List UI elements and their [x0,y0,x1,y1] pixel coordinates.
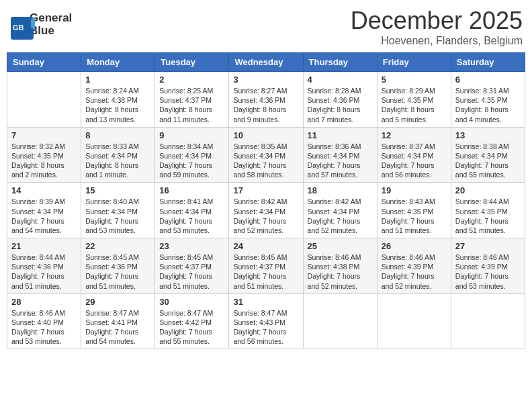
cell-day-number: 15 [85,185,150,195]
calendar-week-5: 28Sunrise: 8:46 AMSunset: 4:40 PMDayligh… [7,293,525,349]
cell-info: Sunrise: 8:46 AMSunset: 4:39 PMDaylight:… [382,253,447,291]
cell-info: Sunrise: 8:37 AMSunset: 4:34 PMDaylight:… [382,142,447,180]
header-day-wednesday: Wednesday [229,53,303,72]
calendar-cell: 23Sunrise: 8:45 AMSunset: 4:37 PMDayligh… [155,238,229,294]
location-title: Hoevenen, Flanders, Belgium [351,35,523,47]
cell-info: Sunrise: 8:41 AMSunset: 4:34 PMDaylight:… [159,197,224,235]
calendar-cell: 2Sunrise: 8:25 AMSunset: 4:37 PMDaylight… [155,72,229,128]
cell-info: Sunrise: 8:27 AMSunset: 4:36 PMDaylight:… [233,86,298,124]
logo-icon: GB [9,15,28,34]
cell-info: Sunrise: 8:35 AMSunset: 4:34 PMDaylight:… [233,142,298,180]
header-day-thursday: Thursday [303,53,377,72]
cell-info: Sunrise: 8:43 AMSunset: 4:35 PMDaylight:… [382,197,447,235]
cell-info: Sunrise: 8:45 AMSunset: 4:37 PMDaylight:… [233,253,298,291]
calendar-week-2: 7Sunrise: 8:32 AMSunset: 4:35 PMDaylight… [7,127,525,183]
calendar-cell: 18Sunrise: 8:42 AMSunset: 4:34 PMDayligh… [303,183,377,238]
cell-day-number: 23 [159,241,224,251]
calendar-week-3: 14Sunrise: 8:39 AMSunset: 4:34 PMDayligh… [7,183,525,238]
logo-text: General Blue [30,12,72,37]
cell-info: Sunrise: 8:31 AMSunset: 4:35 PMDaylight:… [455,86,521,124]
calendar-cell: 10Sunrise: 8:35 AMSunset: 4:34 PMDayligh… [229,127,303,183]
cell-day-number: 8 [85,130,150,140]
cell-day-number: 30 [159,297,224,307]
calendar-cell: 24Sunrise: 8:45 AMSunset: 4:37 PMDayligh… [229,238,303,294]
calendar-cell: 17Sunrise: 8:42 AMSunset: 4:34 PMDayligh… [229,183,303,238]
cell-day-number: 22 [85,241,150,251]
calendar-cell [303,293,377,349]
calendar-table: SundayMondayTuesdayWednesdayThursdayFrid… [7,52,525,349]
calendar-cell: 5Sunrise: 8:29 AMSunset: 4:35 PMDaylight… [377,72,451,128]
cell-info: Sunrise: 8:24 AMSunset: 4:38 PMDaylight:… [85,86,150,124]
calendar-cell [377,293,451,349]
cell-day-number: 7 [11,130,77,140]
header: GB General Blue December 2025 Hoevenen, … [7,7,525,47]
cell-info: Sunrise: 8:42 AMSunset: 4:34 PMDaylight:… [308,197,373,235]
cell-info: Sunrise: 8:38 AMSunset: 4:34 PMDaylight:… [455,142,521,180]
cell-day-number: 24 [233,241,298,251]
cell-day-number: 9 [159,130,224,140]
cell-day-number: 25 [308,241,373,251]
calendar-cell: 4Sunrise: 8:28 AMSunset: 4:36 PMDaylight… [303,72,377,128]
cell-day-number: 21 [11,241,77,251]
title-block: December 2025 Hoevenen, Flanders, Belgiu… [351,7,523,47]
cell-info: Sunrise: 8:36 AMSunset: 4:34 PMDaylight:… [308,142,373,180]
calendar-cell: 26Sunrise: 8:46 AMSunset: 4:39 PMDayligh… [377,238,451,294]
calendar-cell: 7Sunrise: 8:32 AMSunset: 4:35 PMDaylight… [7,127,81,183]
cell-info: Sunrise: 8:32 AMSunset: 4:35 PMDaylight:… [11,142,77,180]
cell-info: Sunrise: 8:40 AMSunset: 4:34 PMDaylight:… [85,197,150,235]
calendar-cell: 30Sunrise: 8:47 AMSunset: 4:42 PMDayligh… [155,293,229,349]
svg-text:GB: GB [13,24,24,32]
calendar-cell [7,72,81,128]
calendar-cell: 19Sunrise: 8:43 AMSunset: 4:35 PMDayligh… [377,183,451,238]
cell-day-number: 13 [455,130,521,140]
header-day-saturday: Saturday [451,53,525,72]
cell-info: Sunrise: 8:34 AMSunset: 4:34 PMDaylight:… [159,142,224,180]
cell-info: Sunrise: 8:46 AMSunset: 4:40 PMDaylight:… [11,308,77,347]
cell-info: Sunrise: 8:47 AMSunset: 4:41 PMDaylight:… [85,308,150,347]
calendar-week-4: 21Sunrise: 8:44 AMSunset: 4:36 PMDayligh… [7,238,525,294]
cell-info: Sunrise: 8:33 AMSunset: 4:34 PMDaylight:… [85,142,150,180]
calendar-cell: 28Sunrise: 8:46 AMSunset: 4:40 PMDayligh… [7,293,81,349]
calendar-week-1: 1Sunrise: 8:24 AMSunset: 4:38 PMDaylight… [7,72,525,128]
cell-day-number: 16 [159,185,224,195]
header-day-friday: Friday [377,53,451,72]
cell-day-number: 29 [85,297,150,307]
header-day-monday: Monday [81,53,155,72]
cell-info: Sunrise: 8:42 AMSunset: 4:34 PMDaylight:… [233,197,298,235]
cell-day-number: 11 [308,130,373,140]
cell-info: Sunrise: 8:25 AMSunset: 4:37 PMDaylight:… [159,86,224,124]
cell-info: Sunrise: 8:45 AMSunset: 4:36 PMDaylight:… [85,253,150,291]
cell-info: Sunrise: 8:46 AMSunset: 4:38 PMDaylight:… [308,253,373,291]
calendar-cell: 3Sunrise: 8:27 AMSunset: 4:36 PMDaylight… [229,72,303,128]
calendar-cell: 25Sunrise: 8:46 AMSunset: 4:38 PMDayligh… [303,238,377,294]
cell-day-number: 26 [382,241,447,251]
calendar-header-row: SundayMondayTuesdayWednesdayThursdayFrid… [7,53,525,72]
cell-day-number: 2 [159,75,224,85]
header-day-sunday: Sunday [7,53,81,72]
cell-day-number: 6 [455,75,521,85]
calendar-cell: 27Sunrise: 8:46 AMSunset: 4:39 PMDayligh… [451,238,525,294]
calendar-cell: 1Sunrise: 8:24 AMSunset: 4:38 PMDaylight… [81,72,155,128]
cell-day-number: 28 [11,297,77,307]
cell-info: Sunrise: 8:44 AMSunset: 4:36 PMDaylight:… [11,253,77,291]
calendar-cell: 20Sunrise: 8:44 AMSunset: 4:35 PMDayligh… [451,183,525,238]
calendar-cell: 11Sunrise: 8:36 AMSunset: 4:34 PMDayligh… [303,127,377,183]
cell-day-number: 12 [382,130,447,140]
cell-info: Sunrise: 8:29 AMSunset: 4:35 PMDaylight:… [382,86,447,124]
calendar-cell: 15Sunrise: 8:40 AMSunset: 4:34 PMDayligh… [81,183,155,238]
cell-day-number: 17 [233,185,298,195]
cell-day-number: 10 [233,130,298,140]
cell-info: Sunrise: 8:45 AMSunset: 4:37 PMDaylight:… [159,253,224,291]
cell-info: Sunrise: 8:46 AMSunset: 4:39 PMDaylight:… [455,253,521,291]
calendar-cell: 8Sunrise: 8:33 AMSunset: 4:34 PMDaylight… [81,127,155,183]
calendar-cell: 12Sunrise: 8:37 AMSunset: 4:34 PMDayligh… [377,127,451,183]
calendar-cell: 21Sunrise: 8:44 AMSunset: 4:36 PMDayligh… [7,238,81,294]
calendar-cell: 29Sunrise: 8:47 AMSunset: 4:41 PMDayligh… [81,293,155,349]
cell-day-number: 18 [308,185,373,195]
cell-day-number: 14 [11,185,77,195]
cell-day-number: 20 [455,185,521,195]
cell-day-number: 1 [85,75,150,85]
calendar-body: 1Sunrise: 8:24 AMSunset: 4:38 PMDaylight… [7,72,525,349]
calendar-cell: 22Sunrise: 8:45 AMSunset: 4:36 PMDayligh… [81,238,155,294]
calendar-cell: 9Sunrise: 8:34 AMSunset: 4:34 PMDaylight… [155,127,229,183]
